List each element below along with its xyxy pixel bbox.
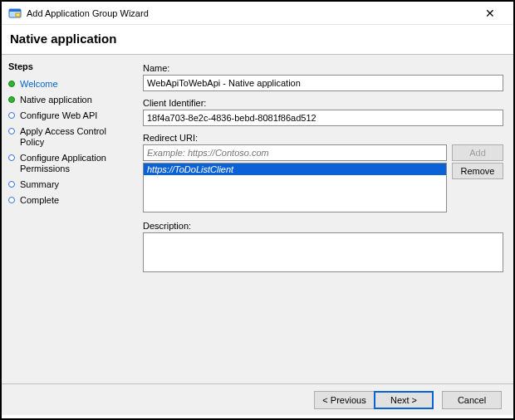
client-id-label: Client Identifier: [143, 98, 503, 108]
name-label: Name: [143, 63, 503, 73]
step-pending-icon [8, 112, 15, 119]
step-pending-icon [8, 154, 15, 161]
svg-rect-2 [16, 13, 20, 17]
redirect-uri-list[interactable]: https://ToDoListClient [143, 163, 447, 212]
steps-sidebar: Steps Welcome Native application Configu… [2, 55, 135, 383]
remove-button[interactable]: Remove [452, 163, 503, 179]
add-button[interactable]: Add [452, 144, 503, 161]
window-title: Add Application Group Wizard [27, 8, 473, 18]
step-welcome[interactable]: Welcome [8, 76, 128, 92]
step-apply-access-control-policy[interactable]: Apply Access Control Policy [8, 124, 128, 150]
step-summary[interactable]: Summary [8, 177, 128, 193]
step-done-icon [8, 96, 15, 103]
redirect-uri-input[interactable] [143, 144, 447, 161]
step-label: Welcome [20, 79, 58, 90]
redirect-uri-item[interactable]: https://ToDoListClient [144, 164, 446, 175]
cancel-button[interactable]: Cancel [442, 391, 502, 409]
titlebar: Add Application Group Wizard ✕ [2, 2, 513, 25]
step-pending-icon [8, 181, 15, 188]
client-id-input[interactable] [143, 110, 503, 126]
page-header: Native application [2, 25, 513, 55]
step-configure-application-permissions[interactable]: Configure Application Permissions [8, 150, 128, 177]
step-done-icon [8, 81, 15, 87]
page-title: Native application [10, 32, 505, 46]
app-icon [8, 7, 22, 20]
wizard-footer: < Previous Next > Cancel [2, 383, 513, 415]
step-label: Configure Application Permissions [20, 153, 128, 174]
step-configure-web-api[interactable]: Configure Web API [8, 108, 128, 124]
description-input[interactable] [143, 232, 503, 272]
step-label: Configure Web API [20, 110, 97, 121]
steps-heading: Steps [8, 61, 128, 71]
step-native-application[interactable]: Native application [8, 92, 128, 108]
svg-rect-1 [9, 9, 21, 12]
step-pending-icon [8, 197, 15, 203]
step-label: Summary [20, 179, 59, 190]
next-button[interactable]: Next > [374, 391, 434, 409]
previous-button[interactable]: < Previous [314, 391, 374, 409]
form-panel: Name: Client Identifier: Redirect URI: A… [135, 55, 513, 383]
step-label: Apply Access Control Policy [20, 126, 128, 148]
description-label: Description: [143, 221, 503, 231]
step-complete[interactable]: Complete [8, 193, 128, 208]
name-input[interactable] [143, 75, 503, 91]
step-pending-icon [8, 128, 15, 134]
close-button[interactable]: ✕ [473, 7, 507, 20]
step-label: Complete [20, 195, 59, 206]
step-label: Native application [20, 95, 92, 105]
redirect-uri-label: Redirect URI: [143, 133, 503, 143]
